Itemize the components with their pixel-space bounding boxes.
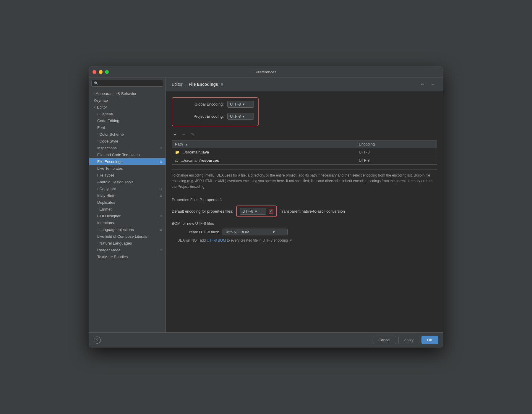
close-button[interactable] [93,70,96,74]
sidebar: 🔍 › Appearance & Behavior Keymap ∨ Edito… [89,77,166,332]
sidebar-item-reader-mode[interactable]: Reader Mode ⊟ [89,247,166,253]
edit-button[interactable]: ✎ [189,131,197,138]
cancel-button[interactable]: Cancel [373,336,396,344]
bom-select-value: with NO BOM [226,230,249,234]
sidebar-item-appearance[interactable]: › Appearance & Behavior [89,90,166,97]
search-box[interactable]: 🔍 [91,80,163,87]
sidebar-item-label: Intentions [97,221,114,225]
sidebar-item-file-templates[interactable]: File and Code Templates [89,151,166,158]
bom-note-link[interactable]: UTF-8 BOM [207,238,226,242]
sidebar-item-label: Natural Languages [99,241,132,245]
breadcrumb-parent: Editor [172,82,183,87]
path-bold: resources [201,158,219,163]
sidebar-item-copyright[interactable]: › Copyright ⊟ [89,185,166,192]
sidebar-item-general[interactable]: › General [89,111,166,117]
footer-buttons: Cancel Apply OK [373,336,438,344]
sidebar-item-label: Copyright [99,187,116,191]
sidebar-item-natural-lang[interactable]: › Natural Languages [89,240,166,247]
project-encoding-select[interactable]: UTF-8 ▾ [227,113,254,120]
prop-encoding-label: Default encoding for properties files: [172,209,233,214]
chevron-icon: › [97,187,98,190]
sidebar-item-font[interactable]: Font [89,124,166,131]
settings-icon: ⊟ [160,194,162,197]
nav-forward-button[interactable]: → [429,81,437,88]
help-button[interactable]: ? [94,337,101,344]
sidebar-item-live-templates[interactable]: Live Templates [89,165,166,172]
transparent-label: Transparent native-to-ascii conversion [280,209,345,214]
bom-select[interactable]: with NO BOM ▾ [223,229,288,235]
global-encoding-select[interactable]: UTF-8 ▾ [227,101,254,108]
minimize-button[interactable] [99,70,103,74]
titlebar: Preferences [89,67,443,77]
panel-settings-icon[interactable]: ⊟ [220,83,223,86]
bom-section: BOM for new UTF-8 files Create UTF-8 fil… [172,221,437,242]
global-encoding-value: UTF-8 [230,102,241,106]
sidebar-item-duplicates[interactable]: Duplicates [89,199,166,206]
checkbox-check-icon: ✓ [270,209,273,213]
maximize-button[interactable] [105,70,109,74]
sidebar-item-keymap[interactable]: Keymap [89,97,166,104]
chevron-icon: › [97,242,98,245]
table-cell-path: 📁 .../src/main/java [172,148,356,156]
window-title: Preferences [256,70,276,74]
apply-button[interactable]: Apply [398,336,419,344]
sidebar-item-label: Color Scheme [99,132,124,137]
main-content: 🔍 › Appearance & Behavior Keymap ∨ Edito… [89,77,443,332]
global-encoding-row: Global Encoding: UTF-8 ▾ [176,101,254,108]
project-encoding-label: Project Encoding: [176,114,224,119]
nav-arrows: ← → [418,81,437,88]
folder-icon: 📁 [175,150,179,154]
bom-section-title: BOM for new UTF-8 files [172,221,437,226]
red-arrow-icon [89,158,90,165]
sidebar-item-inlay-hints[interactable]: Inlay Hints ⊟ [89,192,166,199]
prop-encoding-select[interactable]: UTF-8 ▾ [240,208,266,215]
dropdown-arrow-icon: ▾ [273,230,275,234]
sidebar-item-live-edit[interactable]: Live Edit of Compose Literals [89,233,166,240]
sidebar-item-code-editing[interactable]: Code Editing [89,117,166,124]
prop-encoding-red-box: UTF-8 ▾ ✓ [236,206,277,217]
chevron-icon: › [97,228,98,231]
encoding-settings: Global Encoding: UTF-8 ▾ Project Encodin… [176,101,254,123]
sidebar-item-file-types[interactable]: File Types [89,172,166,179]
sort-icon: ▲ [185,143,188,146]
prop-encoding-row: Default encoding for properties files: U… [172,206,437,217]
dropdown-arrow-icon: ▾ [255,209,257,214]
table-toolbar: + − ✎ [172,131,437,138]
global-encoding-label: Global Encoding: [176,102,224,106]
sidebar-item-file-encodings[interactable]: File Encodings ⊟ [89,158,166,165]
sidebar-item-label: General [99,112,113,116]
chevron-icon: ∨ [94,106,96,109]
sidebar-item-gui-designer[interactable]: GUI Designer ⊟ [89,213,166,219]
sidebar-item-color-scheme[interactable]: › Color Scheme [89,131,166,138]
table-row[interactable]: 🗂 .../src/main/resources UTF-8 [172,156,437,165]
breadcrumb-separator: › [185,82,186,87]
bom-label: Create UTF-8 files: [172,230,219,234]
sidebar-item-label: Language Injections [99,227,134,232]
search-icon: 🔍 [94,81,98,85]
sidebar-item-inspections[interactable]: Inspections ⊟ [89,145,166,151]
breadcrumb-current: File Encodings [189,82,218,87]
table-row[interactable]: 📁 .../src/main/java UTF-8 [172,148,437,156]
remove-button[interactable]: − [180,131,186,138]
properties-section-title: Properties Files (*.properties) [172,198,437,202]
sidebar-item-lang-injections[interactable]: › Language Injections ⊟ [89,226,166,233]
sidebar-item-label: Reader Mode [97,248,121,252]
sidebar-item-code-style[interactable]: › Code Style [89,138,166,145]
sidebar-item-intentions[interactable]: Intentions [89,219,166,226]
settings-icon: ⊟ [160,248,162,252]
sidebar-item-label: Code Editing [97,119,119,123]
transparent-checkbox[interactable]: ✓ [269,209,273,214]
ok-button[interactable]: OK [421,336,438,344]
sidebar-item-editor[interactable]: ∨ Editor [89,104,166,111]
sidebar-item-label: Android Design Tools [97,180,134,184]
chevron-icon: › [97,140,98,143]
window-footer: ? Cancel Apply OK [89,332,443,347]
settings-icon: ⊟ [160,214,162,218]
chevron-icon: › [97,133,98,136]
nav-back-button[interactable]: ← [418,81,426,88]
add-button[interactable]: + [172,131,178,138]
sidebar-item-emmet[interactable]: › Emmet [89,206,166,213]
sidebar-item-android-design[interactable]: Android Design Tools [89,179,166,185]
sidebar-item-textmate[interactable]: TextMate Bundles [89,253,166,260]
sidebar-item-label: File Encodings [97,159,122,164]
